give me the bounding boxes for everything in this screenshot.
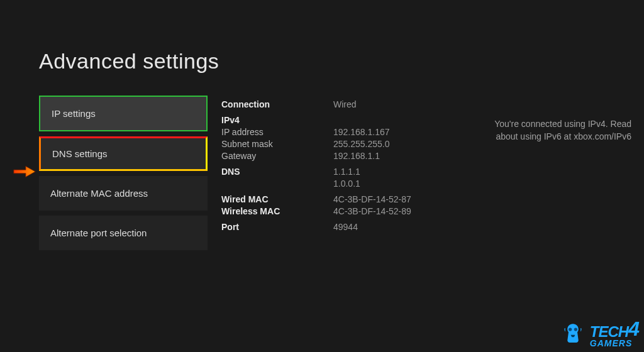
brand-logo: TECH4 GAMERS	[560, 319, 639, 348]
wireless-mac-value: 4C-3B-DF-14-52-89	[333, 206, 411, 216]
menu-item-dns-settings[interactable]: DNS settings	[39, 136, 208, 171]
menu-item-label: IP settings	[52, 108, 96, 119]
arrow-right-icon	[13, 164, 36, 179]
dns-label: DNS	[221, 167, 333, 177]
gateway-label: Gateway	[221, 151, 333, 161]
ipv4-heading: IPv4	[221, 115, 333, 125]
wired-mac-label: Wired MAC	[221, 194, 333, 204]
port-label: Port	[221, 222, 333, 232]
menu-item-ip-settings[interactable]: IP settings	[39, 96, 208, 131]
brand-mascot-icon	[560, 321, 586, 347]
menu-item-label: DNS settings	[52, 148, 108, 159]
menu-item-alternate-port[interactable]: Alternate port selection	[39, 216, 208, 250]
ipv6-help-text: You're connected using IPv4. Read about …	[484, 118, 631, 143]
ip-address-label: IP address	[221, 127, 333, 137]
dns-secondary-value: 1.0.0.1	[333, 179, 360, 189]
wired-mac-value: 4C-3B-DF-14-52-87	[333, 194, 411, 204]
gateway-value: 192.168.1.1	[333, 151, 380, 161]
svg-point-0	[569, 327, 572, 331]
menu-item-label: Alternate MAC address	[50, 188, 148, 199]
subnet-mask-label: Subnet mask	[221, 139, 333, 149]
connection-label: Connection	[221, 99, 333, 109]
menu-item-label: Alternate port selection	[50, 228, 147, 238]
port-value: 49944	[333, 222, 358, 232]
connection-value: Wired	[333, 99, 357, 109]
brand-text-4: 4	[628, 317, 639, 340]
network-details: Connection Wired IPv4 IP address 192.168…	[221, 99, 460, 234]
dns-primary-value: 1.1.1.1	[333, 167, 360, 177]
brand-text-tech: TECH	[590, 323, 628, 340]
svg-point-1	[574, 327, 577, 331]
menu-item-alternate-mac[interactable]: Alternate MAC address	[39, 176, 208, 211]
page-title: Advanced settings	[39, 49, 219, 74]
ip-address-value: 192.168.1.167	[333, 127, 390, 137]
subnet-mask-value: 255.255.255.0	[333, 139, 390, 149]
wireless-mac-label: Wireless MAC	[221, 206, 333, 216]
settings-menu: IP settings DNS settings Alternate MAC a…	[39, 96, 208, 255]
